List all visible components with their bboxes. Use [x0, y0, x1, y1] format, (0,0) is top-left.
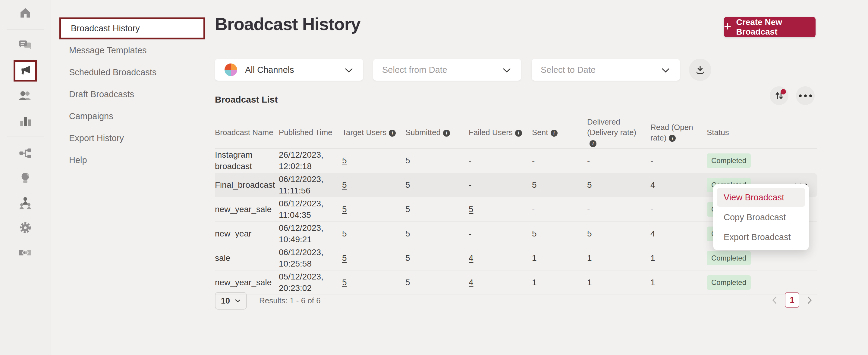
- cell-published: 06/12/2023, 11:11:56: [279, 174, 342, 197]
- from-date-dropdown[interactable]: Select from Date: [373, 59, 521, 81]
- sidebar-item-label: Help: [69, 155, 87, 165]
- cell-value: -: [469, 180, 471, 189]
- cell-delivered: 1: [587, 277, 650, 288]
- status-badge: Completed: [707, 153, 751, 168]
- sidebar-item-label: Campaigns: [69, 111, 113, 121]
- context-menu-item-export-broadcast[interactable]: Export Broadcast: [717, 228, 805, 246]
- cell-published: 06/12/2023, 10:25:58: [279, 247, 342, 270]
- cell-status: Completed: [707, 153, 817, 168]
- previous-page-button[interactable]: [769, 295, 780, 306]
- cell-name: new_year: [215, 228, 279, 240]
- cell-link[interactable]: 5: [342, 156, 347, 165]
- cell-value: 1: [650, 253, 655, 263]
- chevron-right-icon: [807, 296, 812, 304]
- column-header-target-users: Target Usersi: [342, 127, 405, 138]
- channel-filter-dropdown[interactable]: All Channels: [215, 59, 363, 81]
- cell-name: sale: [215, 252, 279, 264]
- sidebar-item-contacts[interactable]: [0, 89, 51, 102]
- cell-link[interactable]: 5: [342, 253, 347, 263]
- column-header-label: Status: [707, 128, 729, 137]
- info-icon: i: [443, 130, 450, 137]
- cell-link[interactable]: 5: [342, 229, 347, 238]
- cell-target: 5: [342, 277, 405, 288]
- sidebar-item-messages[interactable]: [0, 38, 51, 52]
- more-options-button[interactable]: [796, 86, 815, 105]
- cell-value: 06/12/2023, 11:11:56: [279, 175, 323, 195]
- cell-target: 5: [342, 179, 405, 191]
- cell-value: 5: [532, 180, 537, 189]
- sidebar-item-reports[interactable]: [0, 114, 51, 127]
- channel-filter-value: All Channels: [245, 65, 294, 75]
- cell-link[interactable]: 5: [342, 205, 347, 214]
- sidebar-item-help[interactable]: Help: [59, 149, 205, 171]
- cell-link[interactable]: 4: [469, 253, 473, 263]
- cell-value: 06/12/2023, 10:49:21: [279, 223, 323, 244]
- cell-value: Final_broadcast: [215, 180, 275, 189]
- column-header-label: Sent: [532, 128, 548, 137]
- info-icon: i: [389, 130, 396, 137]
- org-icon: [19, 196, 32, 210]
- page-size-select[interactable]: 10: [215, 292, 247, 310]
- cell-submitted: 5: [405, 277, 469, 288]
- sidebar-item-label: Export History: [69, 133, 124, 143]
- sidebar-item-scheduled-broadcasts[interactable]: Scheduled Broadcasts: [59, 61, 205, 83]
- cell-name: Final_broadcast: [215, 179, 279, 191]
- cell-value: 1: [650, 278, 655, 287]
- sidebar-item-draft-broadcasts[interactable]: Draft Broadcasts: [59, 83, 205, 105]
- column-header-submitted: Submittedi: [405, 127, 469, 138]
- cell-value: -: [587, 205, 590, 214]
- sidebar-item-home[interactable]: [0, 7, 51, 20]
- lightbulb-icon: [19, 172, 32, 185]
- cell-value: 5: [405, 229, 410, 238]
- cell-value: 1: [532, 253, 537, 263]
- sort-button[interactable]: [770, 86, 788, 105]
- sidebar-item-organization[interactable]: [0, 196, 51, 210]
- cell-value: sale: [215, 253, 230, 263]
- from-date-placeholder: Select from Date: [382, 65, 447, 75]
- next-page-button[interactable]: [804, 295, 815, 306]
- sidebar-item-broadcasts[interactable]: [0, 60, 51, 82]
- cell-value: -: [587, 156, 590, 165]
- cell-sent: 1: [532, 252, 587, 264]
- cell-name: new_year_sale: [215, 204, 279, 215]
- download-button[interactable]: [689, 59, 711, 81]
- table-row[interactable]: Instagram broadcast26/12/2023, 12:02:185…: [215, 149, 817, 173]
- cell-value: 4: [650, 229, 655, 238]
- cell-read: 1: [650, 277, 707, 288]
- status-badge: Completed: [707, 275, 751, 290]
- create-new-broadcast-button[interactable]: + Create New Broadcast: [724, 17, 815, 37]
- cell-value: 06/12/2023, 10:25:58: [279, 248, 323, 269]
- cell-value: 5: [405, 180, 410, 189]
- context-menu-item-view-broadcast[interactable]: View Broadcast: [717, 188, 805, 207]
- sidebar-item-integrations[interactable]: [0, 246, 51, 260]
- cell-read: 1: [650, 252, 707, 264]
- cell-name: new_year_sale: [215, 277, 279, 288]
- column-header-label: Delivered (Delivery rate): [587, 117, 636, 137]
- table-row[interactable]: new_year_sale05/12/2023, 20:23:02554111C…: [215, 271, 817, 295]
- sidebar-item-settings[interactable]: [0, 221, 51, 234]
- cell-link[interactable]: 4: [469, 278, 473, 287]
- sidebar-item-label: Scheduled Broadcasts: [69, 67, 156, 77]
- sidebar-item-export-history[interactable]: Export History: [59, 127, 205, 149]
- page-number-button[interactable]: 1: [785, 292, 799, 308]
- puzzle-icon: [18, 247, 33, 259]
- sidebar-item-message-templates[interactable]: Message Templates: [59, 39, 205, 61]
- cell-name: Instagram broadcast: [215, 149, 279, 172]
- info-icon: i: [515, 130, 522, 137]
- to-date-dropdown[interactable]: Select to Date: [532, 59, 680, 81]
- cell-link[interactable]: 5: [342, 278, 347, 287]
- sidebar-item-campaigns[interactable]: Campaigns: [59, 105, 205, 127]
- column-header-label: Target Users: [342, 128, 386, 137]
- cell-value: new_year: [215, 229, 251, 238]
- ellipsis-icon: [799, 95, 812, 97]
- chevron-down-icon: [503, 68, 511, 73]
- sidebar-item-broadcast-history[interactable]: Broadcast History: [59, 17, 205, 39]
- sidebar-item-insights[interactable]: [0, 172, 51, 185]
- context-menu-item-copy-broadcast[interactable]: Copy Broadcast: [717, 208, 805, 226]
- cell-link[interactable]: 5: [342, 180, 347, 189]
- cell-target: 5: [342, 252, 405, 264]
- sidebar-item-workflows[interactable]: [0, 146, 51, 160]
- info-icon: i: [590, 140, 596, 147]
- cell-link[interactable]: 5: [469, 205, 473, 214]
- row-context-menu: View BroadcastCopy BroadcastExport Broad…: [713, 184, 809, 250]
